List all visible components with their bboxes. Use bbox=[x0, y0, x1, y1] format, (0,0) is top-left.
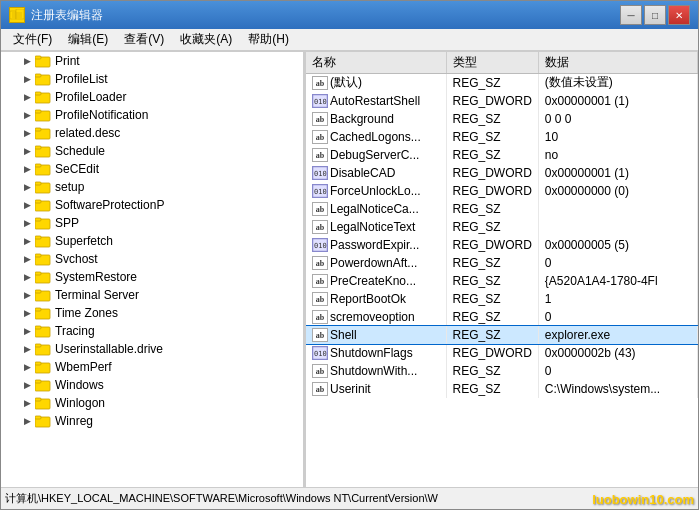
reg-name-text: scremoveoption bbox=[330, 310, 415, 324]
tree-item[interactable]: ▶ Winreg bbox=[1, 412, 303, 430]
reg-type-cell: REG_SZ bbox=[446, 128, 538, 146]
reg-type-cell: REG_SZ bbox=[446, 326, 538, 344]
ab-icon: ab bbox=[312, 274, 328, 288]
left-panel[interactable]: ▶ Print▶ ProfileList▶ ProfileLoader▶ Pro… bbox=[1, 52, 306, 487]
expand-arrow-icon[interactable]: ▶ bbox=[21, 253, 33, 265]
svg-rect-40 bbox=[35, 362, 41, 365]
tree-item[interactable]: ▶ Schedule bbox=[1, 142, 303, 160]
expand-arrow-icon[interactable]: ▶ bbox=[21, 379, 33, 391]
reg-name-text: LegalNoticeText bbox=[330, 220, 415, 234]
table-row[interactable]: abReportBootOkREG_SZ1 bbox=[306, 290, 698, 308]
table-row[interactable]: abUserinitREG_SZC:\Windows\system... bbox=[306, 380, 698, 398]
reg-name-text: Userinit bbox=[330, 382, 371, 396]
expand-arrow-icon[interactable]: ▶ bbox=[21, 307, 33, 319]
expand-arrow-icon[interactable]: ▶ bbox=[21, 325, 33, 337]
close-button[interactable]: ✕ bbox=[668, 5, 690, 25]
reg-data-cell: 0x00000001 (1) bbox=[538, 164, 697, 182]
tree-item[interactable]: ▶ Tracing bbox=[1, 322, 303, 340]
table-row[interactable]: abLegalNoticeTextREG_SZ bbox=[306, 218, 698, 236]
tree-item[interactable]: ▶ SeCEdit bbox=[1, 160, 303, 178]
table-row[interactable]: abShellREG_SZexplorer.exe bbox=[306, 326, 698, 344]
tree-item[interactable]: ▶ Terminal Server bbox=[1, 286, 303, 304]
expand-arrow-icon[interactable]: ▶ bbox=[21, 361, 33, 373]
table-row[interactable]: ab(默认)REG_SZ(数值未设置) bbox=[306, 74, 698, 92]
maximize-button[interactable]: □ bbox=[644, 5, 666, 25]
reg-name-text: ShutdownWith... bbox=[330, 364, 417, 378]
menu-file[interactable]: 文件(F) bbox=[5, 29, 60, 50]
expand-arrow-icon[interactable]: ▶ bbox=[21, 73, 33, 85]
tree-item[interactable]: ▶ ProfileNotification bbox=[1, 106, 303, 124]
table-row[interactable]: abCachedLogons...REG_SZ10 bbox=[306, 128, 698, 146]
tree-item-label: Schedule bbox=[55, 144, 105, 158]
tree-item[interactable]: ▶ Time Zones bbox=[1, 304, 303, 322]
main-content: ▶ Print▶ ProfileList▶ ProfileLoader▶ Pro… bbox=[1, 51, 698, 487]
expand-arrow-icon[interactable]: ▶ bbox=[21, 289, 33, 301]
right-panel[interactable]: 名称 类型 数据 ab(默认)REG_SZ(数值未设置)010AutoResta… bbox=[306, 52, 698, 487]
tree-item[interactable]: ▶ setup bbox=[1, 178, 303, 196]
expand-arrow-icon[interactable]: ▶ bbox=[21, 271, 33, 283]
tree-item[interactable]: ▶ Print bbox=[1, 52, 303, 70]
folder-icon bbox=[35, 90, 51, 104]
col-data: 数据 bbox=[538, 52, 697, 74]
tree-item[interactable]: ▶ ProfileLoader bbox=[1, 88, 303, 106]
tree-item[interactable]: ▶ SystemRestore bbox=[1, 268, 303, 286]
tree-item[interactable]: ▶ Svchost bbox=[1, 250, 303, 268]
reg-name-text: DebugServerC... bbox=[330, 148, 419, 162]
reg-type-cell: REG_DWORD bbox=[446, 92, 538, 110]
svg-rect-1 bbox=[16, 9, 24, 19]
table-row[interactable]: abBackgroundREG_SZ0 0 0 bbox=[306, 110, 698, 128]
svg-rect-36 bbox=[35, 326, 41, 329]
expand-arrow-icon[interactable]: ▶ bbox=[21, 55, 33, 67]
table-row[interactable]: 010ShutdownFlagsREG_DWORD0x0000002b (43) bbox=[306, 344, 698, 362]
table-row[interactable]: abPowerdownAft...REG_SZ0 bbox=[306, 254, 698, 272]
table-row[interactable]: 010AutoRestartShellREG_DWORD0x00000001 (… bbox=[306, 92, 698, 110]
tree-item-label: Svchost bbox=[55, 252, 98, 266]
expand-arrow-icon[interactable]: ▶ bbox=[21, 217, 33, 229]
tree-item[interactable]: ▶ Superfetch bbox=[1, 232, 303, 250]
expand-arrow-icon[interactable]: ▶ bbox=[21, 127, 33, 139]
expand-arrow-icon[interactable]: ▶ bbox=[21, 397, 33, 409]
table-row[interactable]: 010DisableCADREG_DWORD0x00000001 (1) bbox=[306, 164, 698, 182]
menu-favorites[interactable]: 收藏夹(A) bbox=[172, 29, 240, 50]
table-row[interactable]: abPreCreateKno...REG_SZ{A520A1A4-1780-4F… bbox=[306, 272, 698, 290]
minimize-button[interactable]: ─ bbox=[620, 5, 642, 25]
expand-arrow-icon[interactable]: ▶ bbox=[21, 343, 33, 355]
tree-item[interactable]: ▶ Windows bbox=[1, 376, 303, 394]
reg-data-cell bbox=[538, 218, 697, 236]
tree-item[interactable]: ▶ SoftwareProtectionP bbox=[1, 196, 303, 214]
menu-help[interactable]: 帮助(H) bbox=[240, 29, 297, 50]
table-row[interactable]: abShutdownWith...REG_SZ0 bbox=[306, 362, 698, 380]
reg-name-text: ReportBootOk bbox=[330, 292, 406, 306]
tree-item[interactable]: ▶ related.desc bbox=[1, 124, 303, 142]
svg-rect-10 bbox=[35, 92, 41, 95]
folder-icon bbox=[35, 342, 51, 356]
menu-edit[interactable]: 编辑(E) bbox=[60, 29, 116, 50]
menu-view[interactable]: 查看(V) bbox=[116, 29, 172, 50]
table-row[interactable]: 010ForceUnlockLo...REG_DWORD0x00000000 (… bbox=[306, 182, 698, 200]
tree-item[interactable]: ▶ ProfileList bbox=[1, 70, 303, 88]
reg-data-cell: 0x0000002b (43) bbox=[538, 344, 697, 362]
expand-arrow-icon[interactable]: ▶ bbox=[21, 415, 33, 427]
ab-icon: ab bbox=[312, 292, 328, 306]
expand-arrow-icon[interactable]: ▶ bbox=[21, 91, 33, 103]
svg-text:010: 010 bbox=[314, 242, 327, 250]
tree-item[interactable]: ▶ SPP bbox=[1, 214, 303, 232]
tree-item-label: SoftwareProtectionP bbox=[55, 198, 164, 212]
svg-rect-32 bbox=[35, 290, 41, 293]
expand-arrow-icon[interactable]: ▶ bbox=[21, 145, 33, 157]
ab-icon: ab bbox=[312, 130, 328, 144]
tree-item[interactable]: ▶ Winlogon bbox=[1, 394, 303, 412]
expand-arrow-icon[interactable]: ▶ bbox=[21, 235, 33, 247]
table-row[interactable]: abLegalNoticeCa...REG_SZ bbox=[306, 200, 698, 218]
expand-arrow-icon[interactable]: ▶ bbox=[21, 181, 33, 193]
expand-arrow-icon[interactable]: ▶ bbox=[21, 199, 33, 211]
expand-arrow-icon[interactable]: ▶ bbox=[21, 109, 33, 121]
window-title: 注册表编辑器 bbox=[31, 7, 103, 24]
table-row[interactable]: 010PasswordExpir...REG_DWORD0x00000005 (… bbox=[306, 236, 698, 254]
reg-data-cell: 1 bbox=[538, 290, 697, 308]
expand-arrow-icon[interactable]: ▶ bbox=[21, 163, 33, 175]
tree-item[interactable]: ▶ WbemPerf bbox=[1, 358, 303, 376]
tree-item[interactable]: ▶ Userinstallable.drive bbox=[1, 340, 303, 358]
table-row[interactable]: abscremoveoptionREG_SZ0 bbox=[306, 308, 698, 326]
table-row[interactable]: abDebugServerC...REG_SZno bbox=[306, 146, 698, 164]
